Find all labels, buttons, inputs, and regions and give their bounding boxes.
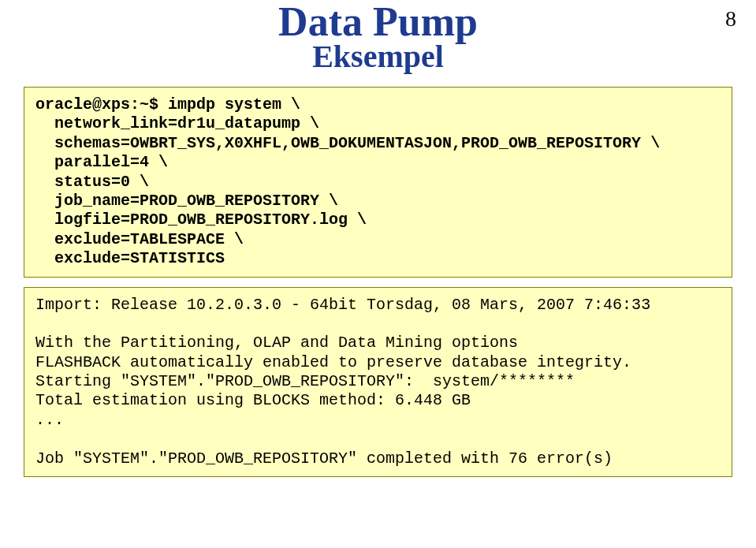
code-line: FLASHBACK automatically enabled to prese… <box>35 353 631 371</box>
code-line: job_name=PROD_OWB_REPOSITORY \ <box>35 192 338 210</box>
code-line: With the Partitioning, OLAP and Data Min… <box>35 334 518 352</box>
title-block: Data Pump Eksempel <box>0 2 756 73</box>
page-number: 8 <box>725 6 736 32</box>
code-line: logfile=PROD_OWB_REPOSITORY.log \ <box>35 211 367 229</box>
command-code-box: oracle@xps:~$ impdp system \ network_lin… <box>24 87 732 278</box>
code-line: ... <box>35 411 64 429</box>
code-line: Job "SYSTEM"."PROD_OWB_REPOSITORY" compl… <box>35 449 613 468</box>
code-line: network_link=dr1u_datapump \ <box>35 114 319 132</box>
code-line: oracle@xps:~$ impdp system \ <box>35 95 300 114</box>
code-line: Total estimation using BLOCKS method: 6.… <box>35 391 471 409</box>
code-line: Import: Release 10.2.0.3.0 - 64bit Torsd… <box>35 296 650 314</box>
output-code-box: Import: Release 10.2.0.3.0 - 64bit Torsd… <box>24 287 732 478</box>
slide-subtitle: Eksempel <box>0 41 756 73</box>
code-line: Starting "SYSTEM"."PROD_OWB_REPOSITORY":… <box>35 372 575 390</box>
code-line: exclude=TABLESPACE \ <box>35 230 244 248</box>
code-line: exclude=STATISTICS <box>35 249 225 267</box>
code-line: parallel=4 \ <box>35 153 168 171</box>
code-line: schemas=OWBRT_SYS,X0XHFL,OWB_DOKUMENTASJ… <box>35 134 660 152</box>
slide-title: Data Pump <box>0 2 756 43</box>
code-line: status=0 \ <box>35 173 149 191</box>
